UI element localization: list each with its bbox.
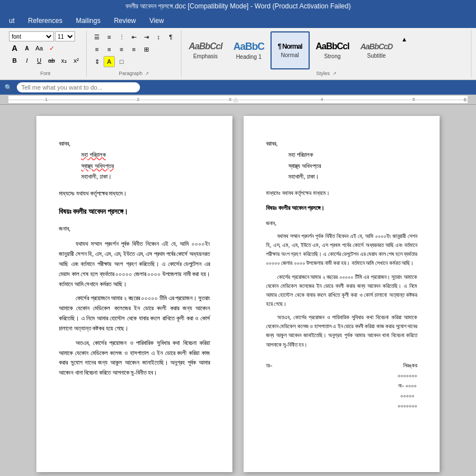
r-via-block: মাধ্যমেঃ যথাযথ কর্তৃপক্ষের মাধ্যমে। <box>266 188 417 198</box>
paragraph-group: ☰ ≡ ⋮ ⇤ ⇥ ↕ ¶ ≡ ≡ ≡ ≡ ⊞ ⇕ A □ Paragraph … <box>87 30 181 77</box>
multilevel-button[interactable]: ⋮ <box>116 31 127 43</box>
align-row: ≡ ≡ ≡ ≡ ⊞ <box>91 44 176 55</box>
signature-area: তঃ- নিরঙ্কর ০০০০০০০ নং- ০০০০ ০০০০০ ০০০০০… <box>266 361 417 411</box>
subtitle-label: Subtitle <box>367 53 386 59</box>
shading-button[interactable]: A <box>104 56 115 67</box>
bold-button[interactable]: B <box>9 55 20 66</box>
body1: যথাযথ সম্মান প্রদর্শন পূর্বক বিনীত নিবেদ… <box>59 239 210 289</box>
ribbon-tabs: ut References Mailings Review View <box>0 12 476 28</box>
heading1-label: Heading 1 <box>236 54 262 60</box>
left-page-content: বরাবর, মহা পরিচালক স্বাস্থ্য অধিদপ্তর মহ… <box>59 138 210 378</box>
right-page-content: বরাবর, মহা পরিচালক স্বাস্থ্য অধিদপ্তর মহ… <box>266 138 417 411</box>
signature-left: তঃ- <box>266 361 272 411</box>
font-style-row: B I U ab x₂ x² <box>9 55 82 66</box>
greeting-block: বরাবর, মহা পরিচালক স্বাস্থ্য অধিদপ্তর মহ… <box>59 138 210 183</box>
decrease-indent-button[interactable]: ⇤ <box>128 31 139 43</box>
r-address-line1: মহা পরিচালক <box>288 150 417 161</box>
search-bar: 🔍 <box>0 80 476 95</box>
style-heading1[interactable]: AaBbC Heading 1 <box>228 31 269 69</box>
r-address-indent: মহা পরিচালক স্বাস্থ্য অধিদপ্তর মহাখালী, … <box>266 150 417 183</box>
subject-text: বিষয়ঃ বদলীর আবেদন প্রসঙ্গে। <box>59 205 210 218</box>
show-marks-button[interactable]: ¶ <box>165 31 176 43</box>
body2: কোর্সের প্রয়োজনে আমার ২ বছরের ০০০০০ টিম… <box>59 293 210 333</box>
r-salutation: জনাব, <box>266 218 417 228</box>
salutation: জনাব, <box>59 223 210 235</box>
sig-detail-3: ০০০০০০০ <box>398 401 417 411</box>
emphasis-preview: AaBbCcl <box>189 42 222 51</box>
strong-preview: AaBbCcl <box>316 42 349 51</box>
left-page: বরাবর, মহা পরিচালক স্বাস্থ্য অধিদপ্তর মহ… <box>36 116 232 472</box>
right-page: বরাবর, মহা পরিচালক স্বাস্থ্য অধিদপ্তর মহ… <box>244 116 440 472</box>
strikethrough-button[interactable]: ab <box>46 55 57 66</box>
font-size-row: A A Aa ✓ <box>9 43 82 54</box>
heading1-preview: AaBbC <box>234 41 264 52</box>
r-body3: অতএব, কোর্সের প্রয়োজন ও পারিবারিক সুবিধ… <box>266 313 417 349</box>
salutation-block: জনাব, <box>59 223 210 235</box>
document-area: বরাবর, মহা পরিচালক স্বাস্থ্য অধিদপ্তর মহ… <box>0 105 476 476</box>
numbering-button[interactable]: ≡ <box>104 31 115 43</box>
increase-indent-button[interactable]: ⇥ <box>141 31 152 43</box>
border-button[interactable]: □ <box>116 56 127 67</box>
font-size-select[interactable]: 11 <box>55 31 75 41</box>
emphasis-label: Emphasis <box>193 53 218 59</box>
ribbon-content: font 11 A A Aa ✓ B I U ab x₂ x² Font ☰ ≡… <box>0 28 476 80</box>
via-text: মাধ্যমেঃ যথাযথ কর্তৃপক্ষের মাধ্যমে। <box>59 188 210 199</box>
align-left-button[interactable]: ≡ <box>91 44 102 55</box>
via-block: মাধ্যমেঃ যথাযথ কর্তৃপক্ষের মাধ্যমে। <box>59 188 210 199</box>
bullets-button[interactable]: ☰ <box>91 31 102 43</box>
shrink-font-button[interactable]: A <box>21 43 32 54</box>
justify-button[interactable]: ≡ <box>128 44 139 55</box>
spacing-row: ⇕ A □ <box>91 56 176 67</box>
tab-ut[interactable]: ut <box>2 13 21 28</box>
align-center-button[interactable]: ≡ <box>104 44 115 55</box>
style-normal[interactable]: ¶ Normal Normal <box>270 31 310 69</box>
address-line2: স্বাস্থ্য অধিদপ্তর <box>81 161 210 172</box>
font-name-select[interactable]: font <box>9 31 54 41</box>
change-case-button[interactable]: Aa <box>34 43 45 54</box>
sort-button[interactable]: ↕ <box>153 31 164 43</box>
subject-block: বিষয়ঃ বদলীর আবেদন প্রসঙ্গে। <box>59 205 210 218</box>
search-icon: 🔍 <box>4 84 12 91</box>
r-body1: যথাযথ সম্মান প্রদর্শন পূর্বক বিনীত নিবেদ… <box>266 232 417 268</box>
font-group: font 11 A A Aa ✓ B I U ab x₂ x² Font <box>4 30 87 77</box>
title-text: বদলীর আবেদন প্রসঙ্গে.doc [Compatibility … <box>125 2 351 10</box>
subscript-button[interactable]: x₂ <box>58 55 69 66</box>
r-salutation-block: জনাব, <box>266 218 417 228</box>
greeting: বরাবর, <box>59 138 210 150</box>
address-line3: মহাখালী, ঢাকা। <box>81 171 210 183</box>
styles-group-label: Styles ↗ <box>184 69 469 76</box>
r-greeting: বরাবর, <box>266 138 417 150</box>
grow-font-button[interactable]: A <box>9 43 20 54</box>
style-strong[interactable]: AaBbCcl Strong <box>311 31 354 69</box>
r-greeting-block: বরাবর, মহা পরিচালক স্বাস্থ্য অধিদপ্তর মহ… <box>266 138 417 183</box>
list-row: ☰ ≡ ⋮ ⇤ ⇥ ↕ ¶ <box>91 31 176 43</box>
style-subtitle[interactable]: AaBbCcD Subtitle <box>355 31 398 69</box>
underline-button[interactable]: U <box>34 55 45 66</box>
normal-preview: ¶ Normal <box>278 43 302 50</box>
italic-button[interactable]: I <box>21 55 32 66</box>
sig-right-text: নিরঙ্কর <box>398 361 417 371</box>
styles-scroll-up[interactable]: ▲ <box>399 34 410 45</box>
style-emphasis[interactable]: AaBbCcl Emphasis <box>184 31 227 69</box>
align-right-button[interactable]: ≡ <box>116 44 127 55</box>
normal-label: Normal <box>281 52 299 58</box>
sig-detail-2: ০০০০০ <box>398 391 417 401</box>
tab-mailings[interactable]: Mailings <box>69 13 107 28</box>
superscript-button[interactable]: x² <box>71 55 82 66</box>
tab-view[interactable]: View <box>143 13 171 28</box>
styles-group: AaBbCcl Emphasis AaBbC Heading 1 ¶ Norma… <box>181 30 472 77</box>
line-spacing-button[interactable]: ⇕ <box>91 56 102 67</box>
tab-references[interactable]: References <box>21 13 69 28</box>
clear-format-button[interactable]: ✓ <box>46 43 57 54</box>
font-group-label: Font <box>9 69 82 76</box>
address-line1: মহা পরিচালক <box>81 150 210 161</box>
tab-review[interactable]: Review <box>107 13 142 28</box>
address-indent: মহা পরিচালক স্বাস্থ্য অধিদপ্তর মহাখালী, … <box>59 150 210 183</box>
column-button[interactable]: ⊞ <box>141 44 152 55</box>
r-via-text: মাধ্যমেঃ যথাযথ কর্তৃপক্ষের মাধ্যমে। <box>266 188 417 198</box>
r-body2: কোর্সের প্রয়োজনে আমার ২ বছরের ০০০০০ টিম… <box>266 273 417 309</box>
signature-right: নিরঙ্কর ০০০০০০০ নং- ০০০০ ০০০০০ ০০০০০০০ <box>398 361 417 411</box>
sig-detail-1: নং- ০০০০ <box>398 381 417 391</box>
font-name-row: font 11 <box>9 31 82 41</box>
search-input[interactable] <box>17 82 140 92</box>
